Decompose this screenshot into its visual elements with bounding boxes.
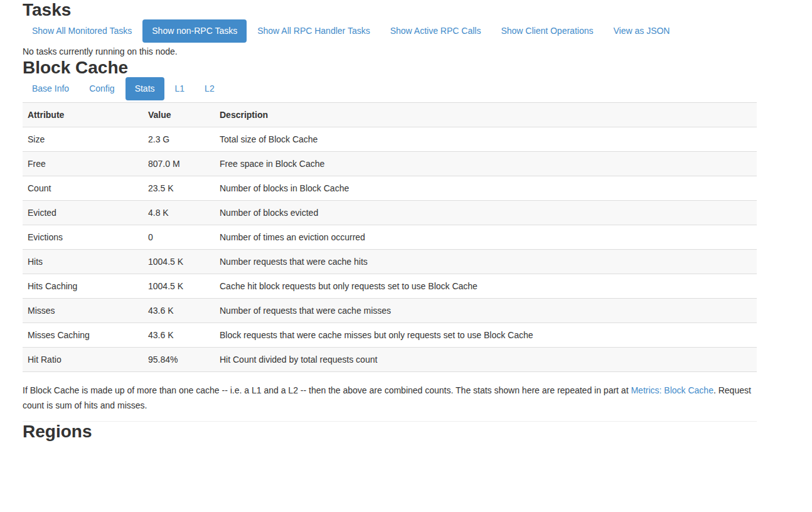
tab-view-as-json: View as JSON bbox=[604, 19, 679, 43]
tab-show-client-operations-link[interactable]: Show Client Operations bbox=[491, 19, 602, 43]
block-cache-stats-table: Attribute Value Description Size 2.3 G T… bbox=[23, 102, 757, 372]
tasks-heading: Tasks bbox=[23, 0, 757, 19]
cell-attribute: Misses Caching bbox=[23, 323, 143, 348]
cell-value: 95.84% bbox=[143, 348, 215, 372]
cell-description: Number of blocks evicted bbox=[215, 201, 757, 225]
cell-value: 43.6 K bbox=[143, 299, 215, 323]
cell-value: 23.5 K bbox=[143, 176, 215, 201]
cell-description: Number of blocks in Block Cache bbox=[215, 176, 757, 201]
table-row-misses-caching: Misses Caching 43.6 K Block requests tha… bbox=[23, 323, 757, 348]
table-row-hits-caching: Hits Caching 1004.5 K Cache hit block re… bbox=[23, 274, 757, 299]
table-row-evictions: Evictions 0 Number of times an eviction … bbox=[23, 225, 757, 250]
cell-description: Number requests that were cache hits bbox=[215, 250, 757, 274]
tab-l2: L2 bbox=[195, 77, 224, 100]
table-row-misses: Misses 43.6 K Number of requests that we… bbox=[23, 299, 757, 323]
tab-show-active-rpc-calls: Show Active RPC Calls bbox=[381, 19, 491, 43]
tab-show-all-rpc-handler-tasks-link[interactable]: Show All RPC Handler Tasks bbox=[248, 19, 379, 43]
cell-attribute: Hits Caching bbox=[23, 274, 143, 299]
table-row-hits: Hits 1004.5 K Number requests that were … bbox=[23, 250, 757, 274]
cell-value: 2.3 G bbox=[143, 127, 215, 152]
tasks-section: Tasks Show All Monitored Tasks Show non-… bbox=[23, 0, 757, 58]
cell-description: Total size of Block Cache bbox=[215, 127, 757, 152]
regions-section: Regions bbox=[23, 422, 757, 441]
tasks-empty-message: No tasks currently running on this node. bbox=[23, 45, 757, 58]
table-row-hit-ratio: Hit Ratio 95.84% Hit Count divided by to… bbox=[23, 348, 757, 372]
table-row-free: Free 807.0 M Free space in Block Cache bbox=[23, 152, 757, 176]
cell-value: 4.8 K bbox=[143, 201, 215, 225]
table-row-count: Count 23.5 K Number of blocks in Block C… bbox=[23, 176, 757, 201]
cell-attribute: Hit Ratio bbox=[23, 348, 143, 372]
block-cache-tab-bar: Base Info Config Stats L1 L2 bbox=[23, 77, 757, 100]
cell-description: Number of times an eviction occurred bbox=[215, 225, 757, 250]
table-row-evicted: Evicted 4.8 K Number of blocks evicted bbox=[23, 201, 757, 225]
tab-config: Config bbox=[80, 77, 124, 100]
tab-l2-link[interactable]: L2 bbox=[195, 77, 224, 100]
cell-attribute: Hits bbox=[23, 250, 143, 274]
cell-value: 1004.5 K bbox=[143, 274, 215, 299]
tab-base-info: Base Info bbox=[23, 77, 78, 100]
tab-show-client-operations: Show Client Operations bbox=[491, 19, 602, 43]
cell-value: 0 bbox=[143, 225, 215, 250]
cell-attribute: Free bbox=[23, 152, 143, 176]
footnote-text-before: If Block Cache is made up of more than o… bbox=[23, 385, 631, 395]
cell-description: Hit Count divided by total requests coun… bbox=[215, 348, 757, 372]
table-row-size: Size 2.3 G Total size of Block Cache bbox=[23, 127, 757, 152]
tab-show-non-rpc-tasks-link[interactable]: Show non-RPC Tasks bbox=[142, 19, 247, 43]
tab-show-active-rpc-calls-link[interactable]: Show Active RPC Calls bbox=[381, 19, 491, 43]
tab-show-all-monitored-tasks-link[interactable]: Show All Monitored Tasks bbox=[23, 19, 141, 43]
cell-description: Block requests that were cache misses bu… bbox=[215, 323, 757, 348]
cell-attribute: Misses bbox=[23, 299, 143, 323]
tab-show-non-rpc-tasks: Show non-RPC Tasks bbox=[142, 19, 247, 43]
cell-attribute: Size bbox=[23, 127, 143, 152]
block-cache-footnote: If Block Cache is made up of more than o… bbox=[23, 383, 757, 413]
cell-value: 807.0 M bbox=[143, 152, 215, 176]
tasks-tab-bar: Show All Monitored Tasks Show non-RPC Ta… bbox=[23, 19, 757, 43]
tab-l1-link[interactable]: L1 bbox=[166, 77, 195, 100]
cell-description: Free space in Block Cache bbox=[215, 152, 757, 176]
regions-heading: Regions bbox=[23, 422, 757, 441]
tab-l1: L1 bbox=[166, 77, 195, 100]
value-column-header: Value bbox=[143, 103, 215, 127]
tab-stats: Stats bbox=[126, 77, 164, 100]
metrics-block-cache-link[interactable]: Metrics: Block Cache bbox=[631, 385, 713, 395]
page-container: Tasks Show All Monitored Tasks Show non-… bbox=[0, 0, 779, 441]
attribute-column-header: Attribute bbox=[23, 103, 143, 127]
description-column-header: Description bbox=[215, 103, 757, 127]
cell-attribute: Evictions bbox=[23, 225, 143, 250]
cell-value: 1004.5 K bbox=[143, 250, 215, 274]
tab-config-link[interactable]: Config bbox=[80, 77, 124, 100]
tab-show-all-monitored-tasks: Show All Monitored Tasks bbox=[23, 19, 141, 43]
cell-description: Cache hit block requests but only reques… bbox=[215, 274, 757, 299]
cell-attribute: Count bbox=[23, 176, 143, 201]
block-cache-section: Block Cache Base Info Config Stats L1 L2 bbox=[23, 58, 757, 413]
cell-attribute: Evicted bbox=[23, 201, 143, 225]
tab-show-all-rpc-handler-tasks: Show All RPC Handler Tasks bbox=[248, 19, 379, 43]
cell-description: Number of requests that were cache misse… bbox=[215, 299, 757, 323]
cell-value: 43.6 K bbox=[143, 323, 215, 348]
tab-base-info-link[interactable]: Base Info bbox=[23, 77, 78, 100]
table-header-row: Attribute Value Description bbox=[23, 103, 757, 127]
tab-view-as-json-link[interactable]: View as JSON bbox=[604, 19, 679, 43]
block-cache-heading: Block Cache bbox=[23, 58, 757, 77]
tab-stats-link[interactable]: Stats bbox=[126, 77, 164, 100]
